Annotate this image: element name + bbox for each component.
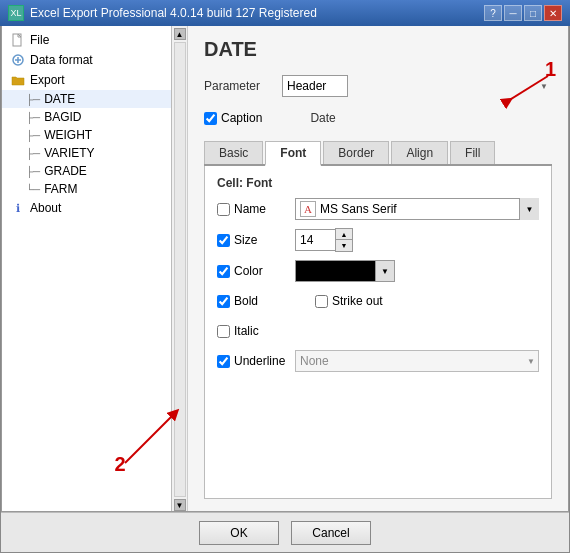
- sidebar-item-bagid[interactable]: ├─ BAGID: [2, 108, 171, 126]
- caption-checkbox[interactable]: [204, 112, 217, 125]
- sidebar-item-date[interactable]: ├─ DATE: [2, 90, 171, 108]
- bold-checkbox[interactable]: [217, 295, 230, 308]
- strikeout-wrapper[interactable]: Strike out: [315, 294, 383, 308]
- strikeout-checkbox[interactable]: [315, 295, 328, 308]
- color-swatch-wrapper: ▼: [295, 260, 395, 282]
- tab-border[interactable]: Border: [323, 141, 389, 164]
- maximize-button[interactable]: □: [524, 5, 542, 21]
- sidebar-label-export: Export: [30, 73, 65, 87]
- caption-checkbox-wrapper[interactable]: Caption: [204, 111, 262, 125]
- tree-dash-variety: ├─: [26, 148, 40, 159]
- sidebar-label-farm: FARM: [44, 182, 77, 196]
- size-checkbox[interactable]: [217, 234, 230, 247]
- sidebar-label-grade: GRADE: [44, 164, 87, 178]
- close-button[interactable]: ✕: [544, 5, 562, 21]
- parameter-label: Parameter: [204, 79, 274, 93]
- export-icon: [10, 72, 26, 88]
- underline-label[interactable]: Underline: [234, 354, 285, 368]
- title-bar: XL Excel Export Professional 4.0.14 buil…: [0, 0, 570, 26]
- bold-check-label[interactable]: Bold: [217, 294, 287, 308]
- font-a-icon: A: [300, 201, 316, 217]
- scroll-down-btn[interactable]: ▼: [174, 499, 186, 511]
- underline-checkbox[interactable]: [217, 355, 230, 368]
- underline-check-label[interactable]: Underline: [217, 354, 287, 368]
- scroll-up-btn[interactable]: ▲: [174, 28, 186, 40]
- color-label[interactable]: Color: [234, 264, 263, 278]
- tabs-container: Basic Font Border Align Fill Cell: Font …: [204, 141, 552, 499]
- sidebar-label-variety: VARIETY: [44, 146, 94, 160]
- name-check-label[interactable]: Name: [217, 202, 287, 216]
- strikeout-label[interactable]: Strike out: [332, 294, 383, 308]
- size-spinner: ▲ ▼: [335, 228, 353, 252]
- italic-check-label[interactable]: Italic: [217, 324, 287, 338]
- sidebar-item-grade[interactable]: ├─ GRADE: [2, 162, 171, 180]
- parameter-row: Parameter Header Footer Body: [204, 75, 552, 97]
- bottom-bar: OK Cancel: [1, 512, 569, 552]
- cancel-button[interactable]: Cancel: [291, 521, 371, 545]
- sidebar: File Data format Export ├─ DATE: [2, 26, 172, 511]
- italic-label[interactable]: Italic: [234, 324, 259, 338]
- color-check-label[interactable]: Color: [217, 264, 287, 278]
- caption-value: Date: [310, 111, 335, 125]
- sidebar-item-export[interactable]: Export: [2, 70, 171, 90]
- color-swatch[interactable]: [295, 260, 375, 282]
- file-icon: [10, 32, 26, 48]
- sidebar-label-weight: WEIGHT: [44, 128, 92, 142]
- size-input[interactable]: [295, 229, 335, 251]
- minimize-button[interactable]: ─: [504, 5, 522, 21]
- parameter-select-wrapper: Header Footer Body: [282, 75, 552, 97]
- sidebar-item-file[interactable]: File: [2, 30, 171, 50]
- underline-select-wrapper: None Single Double: [295, 350, 539, 372]
- title-bar-left: XL Excel Export Professional 4.0.14 buil…: [8, 5, 317, 21]
- size-check-label[interactable]: Size: [217, 233, 287, 247]
- font-color-row: Color ▼: [217, 260, 539, 282]
- font-name-dropdown-btn[interactable]: ▼: [519, 198, 539, 220]
- caption-row: Caption Date: [204, 111, 552, 125]
- dataformat-icon: [10, 52, 26, 68]
- color-checkbox[interactable]: [217, 265, 230, 278]
- caption-label[interactable]: Caption: [221, 111, 262, 125]
- bold-label[interactable]: Bold: [234, 294, 258, 308]
- italic-row: Italic: [217, 320, 539, 342]
- tree-dash-weight: ├─: [26, 130, 40, 141]
- font-name-value: MS Sans Serif: [320, 202, 397, 216]
- underline-row: Underline None Single Double: [217, 350, 539, 372]
- bold-row: Bold Strike out: [217, 290, 539, 312]
- tree-dash-bagid: ├─: [26, 112, 40, 123]
- tab-basic[interactable]: Basic: [204, 141, 263, 164]
- font-name-wrapper: A MS Sans Serif ▼: [295, 198, 539, 220]
- window-title: Excel Export Professional 4.0.14 build 1…: [30, 6, 317, 20]
- sidebar-label-date: DATE: [44, 92, 75, 106]
- size-down-btn[interactable]: ▼: [336, 240, 352, 251]
- sidebar-item-about[interactable]: ℹ About: [2, 198, 171, 218]
- ok-button[interactable]: OK: [199, 521, 279, 545]
- size-up-btn[interactable]: ▲: [336, 229, 352, 240]
- app-icon: XL: [8, 5, 24, 21]
- sidebar-scrollbar[interactable]: ▲ 2 ▼: [172, 26, 188, 511]
- tab-align[interactable]: Align: [391, 141, 448, 164]
- name-label[interactable]: Name: [234, 202, 266, 216]
- tab-font[interactable]: Font: [265, 141, 321, 166]
- sidebar-label-bagid: BAGID: [44, 110, 81, 124]
- sidebar-item-weight[interactable]: ├─ WEIGHT: [2, 126, 171, 144]
- tab-fill[interactable]: Fill: [450, 141, 495, 164]
- font-tab-content: Cell: Font Name A MS Sans Serif ▼: [204, 166, 552, 499]
- sidebar-label-about: About: [30, 201, 61, 215]
- tab-bar: Basic Font Border Align Fill: [204, 141, 552, 166]
- sidebar-item-dataformat[interactable]: Data format: [2, 50, 171, 70]
- content-area: DATE Parameter Header Footer Body: [188, 26, 568, 511]
- color-dropdown-btn[interactable]: ▼: [375, 260, 395, 282]
- scroll-track[interactable]: 2: [174, 42, 186, 497]
- font-name-display[interactable]: A MS Sans Serif: [295, 198, 539, 220]
- underline-select[interactable]: None Single Double: [295, 350, 539, 372]
- name-checkbox[interactable]: [217, 203, 230, 216]
- section-title: Cell: Font: [217, 176, 539, 190]
- sidebar-item-variety[interactable]: ├─ VARIETY: [2, 144, 171, 162]
- sidebar-label-dataformat: Data format: [30, 53, 93, 67]
- parameter-select[interactable]: Header Footer Body: [282, 75, 348, 97]
- tree-dash-farm: └─: [26, 184, 40, 195]
- size-label[interactable]: Size: [234, 233, 257, 247]
- italic-checkbox[interactable]: [217, 325, 230, 338]
- help-button[interactable]: ?: [484, 5, 502, 21]
- sidebar-item-farm[interactable]: └─ FARM: [2, 180, 171, 198]
